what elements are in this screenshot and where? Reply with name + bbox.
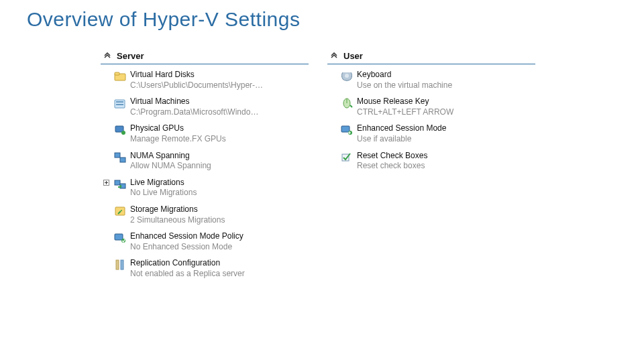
item-sub: 2 Simultaneous Migrations: [130, 215, 225, 226]
item-label: Enhanced Session Mode: [357, 123, 446, 134]
expand-slot: [102, 178, 110, 186]
expand-slot: [102, 151, 110, 153]
item-sub: No Live Migrations: [130, 188, 197, 198]
numa-icon: [114, 152, 126, 164]
esm-icon: [114, 232, 126, 244]
reset-icon: [341, 152, 353, 164]
item-label: NUMA Spanning: [130, 151, 211, 162]
user-item[interactable]: Reset Check BoxesReset check boxes: [327, 149, 535, 173]
item-label: Physical GPUs: [130, 123, 226, 134]
page-title: Overview of Hyper-V Settings: [0, 0, 644, 31]
expand-slot: [102, 123, 110, 125]
expand-slot: [329, 123, 337, 125]
server-item[interactable]: Virtual Hard DisksC:\Users\Public\Docume…: [101, 68, 309, 92]
expand-slot: [102, 258, 110, 260]
item-label: Storage Migrations: [130, 204, 225, 215]
keyboard-icon: [341, 70, 353, 82]
item-sub: Manage Remote.FX GPUs: [130, 134, 226, 145]
server-item[interactable]: Virtual MachinesC:\Program.Data\Microsof…: [101, 95, 309, 119]
expand-icon[interactable]: [103, 180, 109, 186]
server-panel: Server Virtual Hard DisksC:\Users\Public…: [101, 50, 309, 281]
expand-slot: [329, 97, 337, 99]
expand-slot: [329, 151, 337, 153]
user-item[interactable]: KeyboardUse on the virtual machine: [327, 68, 535, 92]
user-item[interactable]: Mouse Release KeyCTRL+ALT+LEFT ARROW: [327, 95, 535, 119]
expand-slot: [102, 231, 110, 233]
server-item[interactable]: Live MigrationsNo Live Migrations: [101, 176, 309, 200]
item-label: Virtual Hard Disks: [130, 70, 263, 80]
expand-slot: [329, 70, 337, 72]
user-header[interactable]: User: [327, 50, 535, 64]
item-sub: CTRL+ALT+LEFT ARROW: [357, 107, 453, 118]
collapse-icon: [103, 52, 111, 60]
folder2-icon: [114, 97, 126, 109]
user-panel: User KeyboardUse on the virtual machineM…: [327, 50, 535, 281]
item-sub: C:\Program.Data\Microsoft\Windo…: [130, 107, 258, 118]
esm2-icon: [341, 124, 353, 136]
item-sub: Reset check boxes: [357, 161, 427, 172]
server-item[interactable]: Physical GPUsManage Remote.FX GPUs: [101, 122, 309, 145]
item-label: Virtual Machines: [130, 97, 258, 107]
mouse-icon: [341, 97, 353, 109]
live-icon: [114, 178, 126, 190]
server-header[interactable]: Server: [101, 50, 309, 64]
expand-slot: [102, 204, 110, 206]
item-sub: Use on the virtual machine: [357, 80, 452, 91]
item-sub: C:\Users\Public\Documents\Hyper-…: [130, 80, 263, 91]
user-item[interactable]: Enhanced Session ModeUse if available: [327, 122, 535, 145]
item-label: Replication Configuration: [130, 258, 245, 269]
server-header-label: Server: [117, 51, 144, 61]
user-header-label: User: [343, 51, 363, 61]
folder-icon: [114, 70, 126, 82]
item-label: Reset Check Boxes: [357, 151, 427, 162]
server-item[interactable]: NUMA SpanningAllow NUMA Spanning: [101, 149, 309, 173]
item-sub: Allow NUMA Spanning: [130, 161, 211, 172]
expand-slot: [102, 70, 110, 72]
item-sub: Use if available: [357, 134, 446, 145]
item-label: Live Migrations: [130, 178, 197, 188]
item-sub: Not enabled as a Replica server: [130, 269, 245, 280]
item-label: Keyboard: [357, 70, 452, 80]
gpu-icon: [114, 124, 126, 136]
server-item[interactable]: Replication ConfigurationNot enabled as …: [101, 257, 309, 280]
server-item[interactable]: Enhanced Session Mode PolicyNo Enhanced …: [101, 230, 309, 253]
storage-icon: [114, 205, 126, 217]
item-label: Enhanced Session Mode Policy: [130, 231, 244, 242]
item-sub: No Enhanced Session Mode: [130, 242, 244, 253]
expand-slot: [102, 97, 110, 99]
repl-icon: [114, 259, 126, 271]
item-label: Mouse Release Key: [357, 97, 453, 107]
collapse-icon: [330, 52, 338, 60]
server-item[interactable]: Storage Migrations2 Simultaneous Migrati…: [101, 203, 309, 227]
